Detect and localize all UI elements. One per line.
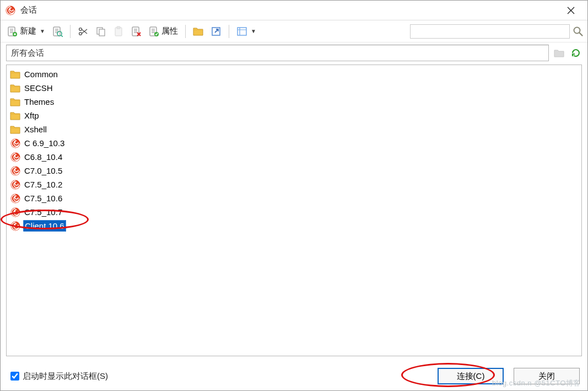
session-item[interactable]: C7.5_10.7 — [7, 205, 581, 219]
shortcut-button[interactable] — [208, 23, 224, 40]
item-label: C7.5_10.6 — [23, 193, 63, 203]
folder-item[interactable]: Xshell — [7, 122, 581, 136]
session-icon — [10, 179, 21, 190]
folder-item[interactable]: SECSH — [7, 81, 581, 95]
folder-icon — [10, 69, 21, 80]
folder-icon — [10, 124, 21, 135]
svg-rect-10 — [99, 29, 105, 36]
view-mode-button[interactable]: ▼ — [234, 23, 259, 40]
path-input[interactable]: 所有会话 — [6, 45, 549, 61]
find-button[interactable] — [49, 23, 66, 40]
toolbar: 新建 ▼ 属性 ▼ — [1, 20, 587, 42]
session-icon — [10, 207, 21, 218]
close-button-label: 关闭 — [538, 371, 555, 382]
item-label: SECSH — [23, 83, 54, 93]
delete-button[interactable] — [128, 23, 144, 40]
folder-icon — [10, 110, 21, 121]
session-item[interactable]: C7.5_10.2 — [7, 178, 581, 191]
session-item[interactable]: C6.8_10.4 — [7, 150, 581, 164]
open-folder-button[interactable] — [190, 23, 207, 40]
chevron-down-icon: ▼ — [251, 28, 256, 34]
folder-icon — [10, 83, 21, 94]
session-item[interactable]: C7.5_10.6 — [7, 191, 581, 205]
path-text: 所有会话 — [11, 48, 44, 58]
session-item[interactable]: Client 10.6 — [7, 219, 581, 233]
session-item[interactable]: C 6.9_10.3 — [7, 136, 581, 150]
session-item[interactable]: C7.0_10.5 — [7, 164, 581, 178]
folder-icon — [10, 97, 21, 108]
item-label: Themes — [23, 97, 55, 107]
session-icon — [10, 138, 21, 149]
new-button[interactable]: 新建 ▼ — [4, 23, 48, 40]
properties-button[interactable]: 属性 — [145, 23, 181, 40]
show-on-startup-label: 启动时显示此对话框(S) — [23, 371, 108, 382]
session-dialog: 会话 新建 ▼ 属性 — [0, 0, 588, 391]
properties-button-label: 属性 — [161, 26, 178, 36]
item-label: Xshell — [23, 124, 48, 135]
item-label: Common — [23, 69, 59, 79]
session-icon — [10, 193, 21, 204]
connect-button[interactable]: 连接(C) — [438, 368, 504, 384]
session-icon — [10, 165, 21, 176]
item-label: C7.0_10.5 — [23, 165, 63, 176]
connect-button-label: 连接(C) — [457, 371, 485, 382]
folder-item[interactable]: Xftp — [7, 109, 581, 122]
browse-folder-button[interactable] — [553, 47, 565, 59]
item-label: C7.5_10.7 — [23, 207, 63, 217]
close-button[interactable]: 关闭 — [514, 368, 580, 384]
item-label: Xftp — [23, 110, 40, 121]
session-icon — [10, 152, 21, 163]
item-label: C6.8_10.4 — [23, 152, 63, 162]
item-label: C7.5_10.2 — [23, 179, 63, 190]
item-label: Client 10.6 — [23, 220, 66, 232]
show-on-startup-checkbox[interactable] — [10, 372, 19, 381]
folder-item[interactable]: Themes — [7, 95, 581, 109]
copy-button[interactable] — [93, 23, 109, 40]
paste-button[interactable] — [110, 23, 127, 40]
path-row: 所有会话 — [1, 42, 587, 63]
chevron-down-icon: ▼ — [40, 28, 45, 34]
search-icon[interactable] — [572, 25, 584, 38]
session-list[interactable]: CommonSECSHThemesXftpXshellC 6.9_10.3C6.… — [6, 65, 582, 356]
session-icon — [10, 221, 21, 232]
app-icon — [5, 5, 16, 16]
folder-item[interactable]: Common — [7, 67, 581, 81]
svg-rect-12 — [117, 26, 120, 29]
new-button-label: 新建 — [20, 26, 36, 36]
cut-button[interactable] — [75, 23, 91, 40]
search-input[interactable] — [410, 24, 570, 39]
item-label: C 6.9_10.3 — [23, 138, 66, 148]
refresh-button[interactable] — [570, 47, 582, 59]
titlebar: 会话 — [1, 1, 587, 20]
window-title: 会话 — [20, 5, 37, 15]
window-close-button[interactable] — [559, 1, 583, 20]
footer: 启动时显示此对话框(S) 连接(C) 关闭 — [1, 362, 587, 390]
